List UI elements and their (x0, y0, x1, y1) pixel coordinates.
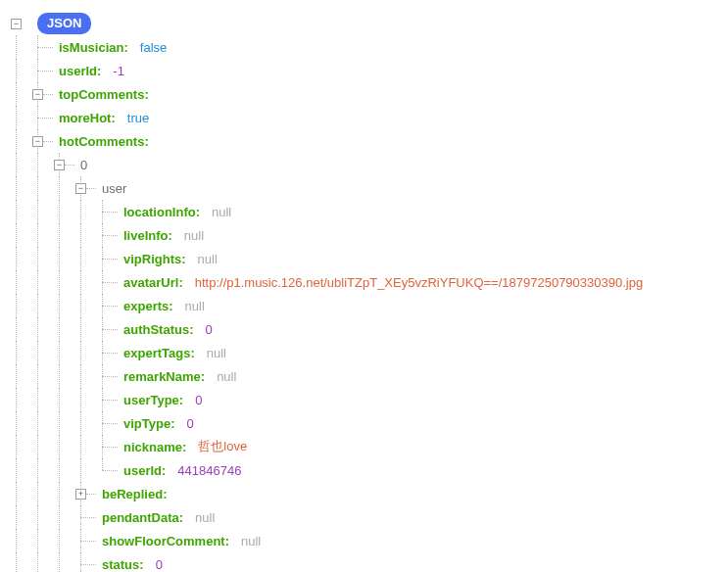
expand-icon[interactable]: + (75, 489, 86, 500)
tree-row: status :0 (10, 552, 728, 572)
tree-row: vipRights :null (10, 247, 728, 270)
node-value: false (140, 40, 167, 55)
indent-cell (31, 247, 53, 270)
tree-row: +beReplied : (10, 482, 728, 505)
indent-cell (10, 529, 31, 552)
indent-cell (74, 223, 96, 247)
indent-cell (74, 529, 96, 552)
indent-cell (74, 388, 96, 411)
node-value: 441846746 (177, 463, 241, 478)
indent-cell (10, 435, 31, 458)
tree-row: nickname :哲也love (10, 435, 728, 458)
node-value: null (207, 346, 226, 360)
indent-cell (10, 364, 31, 388)
indent-cell: − (31, 82, 53, 106)
indent-cell (96, 435, 118, 458)
collapse-icon[interactable]: − (11, 19, 22, 29)
colon: : (169, 228, 172, 243)
indent-cell (74, 341, 96, 364)
node-key: authStatus (123, 322, 189, 337)
node-key: nickname (123, 440, 182, 454)
indent-cell (53, 317, 74, 341)
indent-cell (53, 458, 74, 482)
tree-row: avatarUrl :http://p1.music.126.net/ubliT… (10, 270, 728, 294)
indent-cell (96, 223, 118, 247)
colon: : (170, 416, 174, 431)
indent-cell (10, 317, 31, 341)
indent-cell (10, 153, 31, 176)
indent-cell (31, 317, 53, 341)
colon: : (182, 440, 186, 454)
node-value: null (241, 534, 261, 548)
node-value: 0 (195, 393, 202, 407)
node-value: null (184, 228, 204, 243)
indent-cell (96, 270, 118, 294)
indent-cell (10, 59, 31, 82)
collapse-icon[interactable]: − (54, 160, 65, 170)
colon: : (179, 393, 183, 407)
collapse-icon[interactable]: − (32, 136, 43, 147)
node-key: status (102, 557, 139, 572)
node-key: avatarUrl (123, 275, 178, 290)
colon: : (169, 299, 172, 313)
indent-cell (96, 341, 118, 364)
indent-cell (31, 411, 53, 435)
indent-cell (31, 529, 53, 552)
indent-cell (96, 458, 118, 482)
node-key: locationInfo (123, 205, 196, 219)
indent-cell (53, 294, 74, 317)
colon: : (190, 346, 194, 360)
node-value: 哲也love (198, 438, 247, 455)
node-value: 0 (187, 416, 194, 431)
node-key: experts (123, 299, 169, 313)
node-key: isMusician (59, 40, 123, 55)
indent-cell (74, 435, 96, 458)
colon: : (178, 275, 182, 290)
indent-cell (10, 482, 31, 505)
indent-cell (53, 482, 74, 505)
indent-cell (31, 294, 53, 317)
indent-cell (74, 505, 96, 529)
colon: : (225, 534, 229, 548)
colon: : (179, 510, 183, 525)
indent-cell (74, 411, 96, 435)
tree-row: userId :-1 (10, 59, 728, 82)
indent-cell (96, 411, 118, 435)
indent-cell (31, 200, 53, 223)
node-value: null (217, 369, 236, 384)
indent-cell (31, 270, 53, 294)
node-key: liveInfo (123, 228, 169, 243)
indent-cell (53, 552, 74, 572)
tree-row: −user (10, 176, 728, 200)
node-key: remarkName (123, 369, 201, 384)
indent-cell (31, 505, 53, 529)
indent-cell (53, 411, 74, 435)
collapse-icon[interactable]: − (32, 89, 43, 100)
indent-cell (31, 552, 53, 572)
colon: : (111, 111, 115, 125)
indent-cell (53, 200, 74, 223)
indent-cell (96, 388, 118, 411)
colon: : (163, 487, 167, 501)
indent-cell (31, 482, 53, 505)
node-key: vipType (123, 416, 170, 431)
node-key: userType (123, 393, 179, 407)
collapse-icon[interactable]: − (75, 183, 86, 194)
indent-cell (10, 270, 31, 294)
indent-cell (31, 341, 53, 364)
node-key: beReplied (102, 487, 163, 501)
indent-cell (74, 294, 96, 317)
indent-cell (53, 341, 74, 364)
tree-row: −topComments : (10, 82, 728, 106)
indent-cell (31, 458, 53, 482)
tree-row: pendantData :null (10, 505, 728, 529)
indent-cell (96, 294, 118, 317)
indent-cell: + (74, 482, 96, 505)
node-key: topComments (59, 87, 144, 102)
indent-cell (10, 129, 31, 153)
tree-row: liveInfo :null (10, 223, 728, 247)
indent-cell (53, 364, 74, 388)
indent-cell (74, 317, 96, 341)
node-index: user (102, 181, 126, 196)
colon: : (181, 252, 185, 266)
